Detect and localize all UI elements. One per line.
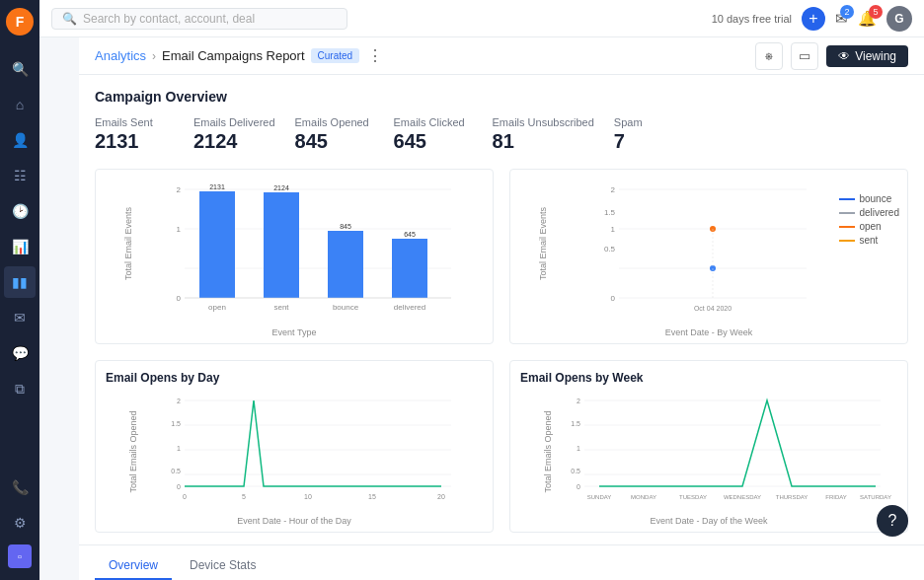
- bar-chart-svg: 2 1 0 2131 2124 845: [133, 180, 483, 323]
- svg-text:1: 1: [177, 225, 182, 234]
- day-line: [185, 400, 441, 486]
- legend-open-label: open: [859, 221, 881, 232]
- week-y-label: Total Emails Opened: [543, 410, 553, 492]
- stat-value-sent: 2131: [95, 130, 174, 153]
- bar-y-label: Total Email Events: [123, 207, 133, 280]
- legend-open-line: [839, 226, 855, 228]
- svg-text:2: 2: [177, 185, 182, 194]
- svg-text:0: 0: [577, 483, 580, 490]
- line-chart-legend: bounce delivered open sent: [839, 193, 899, 246]
- sidebar-icon-activities[interactable]: 🕑: [4, 195, 36, 227]
- svg-text:TUESDAY: TUESDAY: [679, 494, 707, 500]
- trial-text: 10 days free trial: [712, 13, 792, 25]
- stat-spam: Spam 7: [614, 116, 693, 153]
- viewing-button[interactable]: 👁 Viewing: [826, 45, 908, 67]
- bar-sent[interactable]: [264, 192, 299, 298]
- svg-text:2: 2: [611, 185, 616, 194]
- breadcrumb-parent[interactable]: Analytics: [95, 48, 146, 63]
- bar-delivered[interactable]: [392, 239, 427, 298]
- svg-text:1.5: 1.5: [171, 420, 181, 427]
- svg-text:15: 15: [368, 493, 376, 500]
- stat-value-delivered: 2124: [193, 130, 275, 153]
- legend-sent-line: [839, 240, 855, 242]
- viewing-label: Viewing: [855, 49, 896, 63]
- day-x-label: Event Date - Hour of the Day: [106, 516, 483, 526]
- breadcrumb-current: Email Campaigns Report: [162, 48, 305, 63]
- notifications-icon[interactable]: 🔔 5: [858, 10, 877, 28]
- svg-text:0: 0: [177, 294, 182, 303]
- sidebar-icon-grid[interactable]: ▫: [8, 544, 32, 568]
- tab-overview[interactable]: Overview: [95, 550, 172, 580]
- line-y-label: Total Email Events: [538, 207, 548, 280]
- more-options-button[interactable]: ⋮: [367, 46, 383, 65]
- svg-text:2: 2: [177, 398, 181, 404]
- help-button[interactable]: ?: [877, 505, 908, 537]
- line-chart-container: Total Email Events 2 1.5 1 0.5 0: [509, 169, 908, 344]
- bar-chart-container: Total Email Events 2 1 0: [95, 169, 494, 344]
- sidebar-icon-chat[interactable]: 💬: [4, 337, 36, 369]
- search-bar[interactable]: 🔍 Search by contact, account, deal: [51, 8, 347, 30]
- sidebar-icon-email[interactable]: ✉: [4, 302, 36, 333]
- svg-text:delivered: delivered: [394, 303, 425, 312]
- sidebar-icon-contacts[interactable]: 👤: [4, 124, 36, 156]
- day-y-label: Total Emails Opened: [128, 410, 138, 492]
- svg-text:2: 2: [577, 398, 580, 404]
- svg-text:WEDNESDAY: WEDNESDAY: [724, 494, 761, 500]
- content-area: Campaign Overview Emails Sent 2131 Email…: [79, 75, 924, 544]
- svg-text:645: 645: [404, 231, 416, 238]
- avatar[interactable]: G: [886, 6, 912, 32]
- fullscreen-button[interactable]: ▭: [791, 42, 818, 70]
- opens-by-day-container: Email Opens by Day Total Emails Opened 2…: [95, 360, 494, 533]
- legend-bounce-line: [839, 198, 855, 200]
- breadcrumb-separator: ›: [152, 49, 156, 63]
- sidebar: F 🔍 ⌂ 👤 ☷ 🕑 📊 ▮▮ ✉ 💬 ⧉ 📞 ⚙ ▫: [0, 0, 39, 580]
- tab-device-stats[interactable]: Device Stats: [176, 550, 270, 580]
- legend-sent-label: sent: [859, 235, 878, 246]
- opens-by-week-container: Email Opens by Week Total Emails Opened …: [509, 360, 908, 533]
- legend-open: open: [839, 221, 899, 232]
- legend-bounce-label: bounce: [859, 193, 891, 204]
- messages-icon[interactable]: ✉ 2: [835, 10, 848, 28]
- sidebar-icon-search[interactable]: 🔍: [4, 53, 36, 85]
- curated-badge: Curated: [311, 48, 360, 63]
- legend-delivered-line: [839, 212, 855, 214]
- stat-emails-delivered: Emails Delivered 2124: [193, 116, 275, 153]
- stat-value-clicked: 645: [394, 130, 473, 153]
- svg-text:0.5: 0.5: [571, 468, 580, 474]
- breadcrumb-actions: ⎈ ▭ 👁 Viewing: [755, 42, 908, 70]
- legend-sent: sent: [839, 235, 899, 246]
- tab-bar: Overview Device Stats: [79, 544, 924, 580]
- breadcrumb-bar: Analytics › Email Campaigns Report Curat…: [79, 37, 924, 75]
- stat-label-sent: Emails Sent: [95, 116, 174, 128]
- svg-text:0: 0: [183, 493, 187, 500]
- sidebar-icon-reports[interactable]: 📊: [4, 231, 36, 262]
- svg-text:10: 10: [304, 493, 312, 500]
- app-logo[interactable]: F: [6, 8, 34, 36]
- svg-text:MONDAY: MONDAY: [631, 494, 656, 500]
- sidebar-icon-workflows[interactable]: ⧉: [4, 373, 36, 404]
- bar-x-label: Event Type: [106, 327, 483, 337]
- add-button[interactable]: +: [802, 7, 825, 31]
- bar-bounce[interactable]: [328, 231, 363, 298]
- search-placeholder: Search by contact, account, deal: [83, 12, 255, 26]
- sidebar-icon-analytics[interactable]: ▮▮: [4, 266, 36, 298]
- svg-text:20: 20: [437, 493, 445, 500]
- legend-delivered: delivered: [839, 207, 899, 218]
- sidebar-icon-deals[interactable]: ☷: [4, 160, 36, 191]
- stat-label-clicked: Emails Clicked: [394, 116, 473, 128]
- svg-text:1.5: 1.5: [604, 208, 616, 217]
- sidebar-icon-home[interactable]: ⌂: [4, 89, 36, 120]
- stat-value-unsub: 81: [493, 130, 594, 153]
- week-x-label: Event Date - Day of the Week: [520, 516, 897, 526]
- topnav-right: 10 days free trial + ✉ 2 🔔 5 G: [712, 6, 912, 32]
- svg-text:SATURDAY: SATURDAY: [860, 494, 891, 500]
- opens-week-svg: 2 1.5 1 0.5 0 SUNDAY MONDAY TUESDAY WEDN…: [548, 393, 897, 511]
- sidebar-icon-phone[interactable]: 📞: [4, 471, 36, 503]
- sidebar-icon-settings[interactable]: ⚙: [4, 507, 36, 539]
- stat-emails-clicked: Emails Clicked 645: [394, 116, 473, 153]
- export-button[interactable]: ⎈: [755, 42, 783, 70]
- bar-open[interactable]: [199, 191, 235, 298]
- stat-label-delivered: Emails Delivered: [193, 116, 275, 128]
- week-line: [599, 400, 876, 486]
- bar-chart-inner: Total Email Events 2 1 0: [106, 180, 483, 326]
